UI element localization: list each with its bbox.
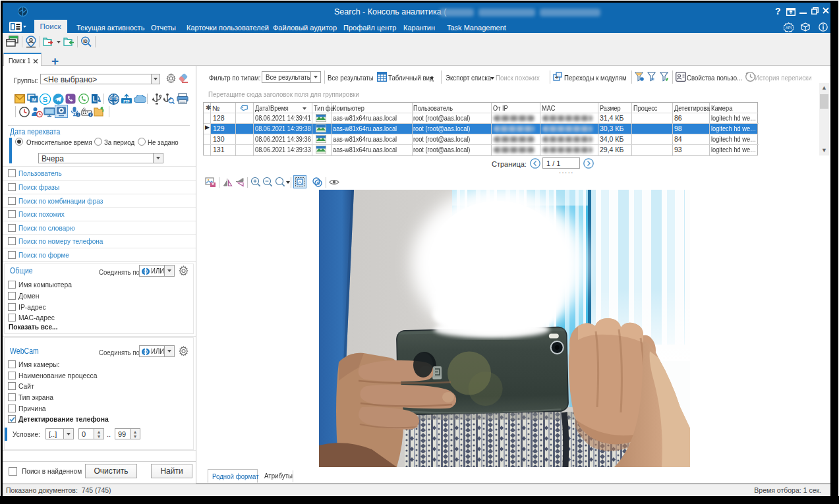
svg-text:FTP: FTP bbox=[123, 99, 130, 103]
svg-text:HTTP: HTTP bbox=[109, 98, 118, 101]
svg-text:ID: ID bbox=[83, 39, 88, 43]
svg-text:API: API bbox=[786, 26, 792, 30]
svg-text:S: S bbox=[43, 96, 47, 103]
svg-text:IM: IM bbox=[32, 98, 36, 102]
svg-text:L: L bbox=[92, 96, 96, 103]
